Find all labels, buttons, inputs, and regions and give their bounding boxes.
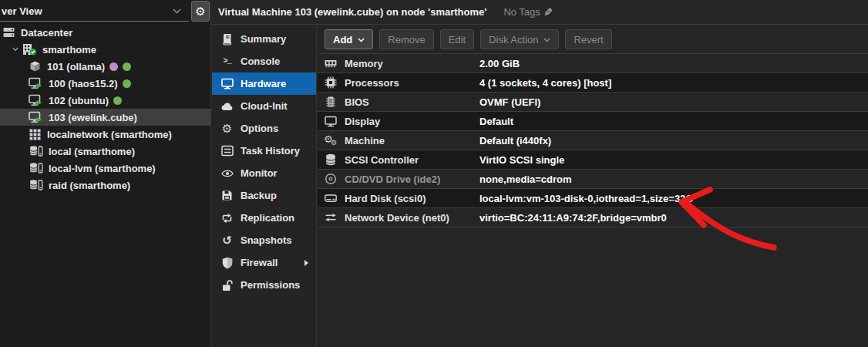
tree-item-label: Datacenter: [21, 27, 72, 39]
storage-icon: [28, 179, 44, 191]
tree-item-label: 102 (ubuntu): [49, 95, 109, 106]
resource-tree-panel: ver View ⚙ Datacenter: [0, 0, 211, 347]
disk-action-button[interactable]: Disk Action: [480, 29, 559, 49]
hardware-table: Memory 2.00 GiB Processors 4 (1 sockets,…: [318, 54, 868, 227]
tree-item-label: smarthome: [42, 44, 96, 56]
edit-button[interactable]: Edit: [440, 29, 474, 49]
tree-item-label: 101 (ollama): [47, 61, 105, 72]
shield-icon: [220, 257, 234, 269]
hardware-row-value: Default (i440fx): [479, 135, 551, 147]
chevron-down-icon: [358, 38, 365, 42]
tree-item-vm-103[interactable]: 103 (ewelink.cube): [0, 109, 210, 126]
tree-item-node-smarthome[interactable]: smarthome: [0, 41, 210, 58]
terminal-icon: >_: [220, 56, 234, 68]
tree-item-vm-102[interactable]: 102 (ubuntu): [0, 92, 210, 109]
tree-item-vm-101[interactable]: 101 (ollama): [0, 58, 210, 75]
cogs-icon: ⚙ ⚙: [324, 134, 338, 147]
disc-icon: [324, 173, 338, 185]
hardware-row-label: Processors: [345, 77, 399, 89]
vm-running-icon: [28, 77, 44, 89]
revert-button[interactable]: Revert: [565, 29, 611, 49]
menu-item-task-history[interactable]: Task History: [212, 140, 316, 162]
chevron-down-icon[interactable]: [12, 47, 20, 52]
menu-item-backup[interactable]: Backup: [212, 184, 316, 207]
menu-item-cloud-init[interactable]: Cloud-Init: [212, 95, 316, 117]
chip-icon: [324, 96, 338, 108]
hardware-row-scsi-controller[interactable]: SCSI Controller VirtIO SCSI single: [318, 150, 868, 170]
cloud-icon: [220, 100, 234, 113]
tree-item-vm-100[interactable]: 100 (haos15.2): [0, 75, 210, 92]
tree-item-storage-local-lvm[interactable]: local-lvm (smarthome): [0, 160, 210, 177]
menu-item-label: Summary: [241, 33, 286, 45]
resource-tree: Datacenter smarthome: [0, 24, 210, 194]
menu-item-permissions[interactable]: Permissions: [212, 274, 316, 296]
unlock-icon: [220, 279, 234, 291]
hardware-row-cddvd[interactable]: CD/DVD Drive (ide2) none,media=cdrom: [318, 170, 868, 189]
menu-item-console[interactable]: >_ Console: [212, 50, 316, 72]
hardware-row-bios[interactable]: BIOS OVMF (UEFI): [318, 93, 868, 112]
floppy-icon: [220, 190, 234, 202]
tree-item-localnetwork[interactable]: localnetwork (smarthome): [0, 126, 210, 143]
hardware-row-label: BIOS: [345, 96, 369, 108]
menu-item-options[interactable]: ⚙ Options: [212, 117, 316, 140]
remove-button[interactable]: Remove: [379, 29, 433, 49]
tag-dot-green: [123, 62, 131, 71]
retweet-icon: [220, 212, 234, 224]
hardware-row-label: SCSI Controller: [345, 154, 419, 166]
tree-item-storage-local[interactable]: local (smarthome): [0, 143, 210, 160]
tree-item-datacenter[interactable]: Datacenter: [0, 24, 210, 41]
menu-item-monitor[interactable]: Monitor: [212, 162, 316, 184]
edit-tags-pencil-icon[interactable]: ✎: [543, 6, 553, 19]
menu-item-hardware[interactable]: Hardware: [212, 72, 316, 95]
menu-item-firewall[interactable]: Firewall: [212, 251, 316, 274]
node-icon: [22, 43, 38, 56]
hardware-row-network[interactable]: Network Device (net0) virtio=BC:24:11:A9…: [318, 208, 868, 227]
hardware-row-hard-disk[interactable]: Hard Disk (scsi0) local-lvm:vm-103-disk-…: [318, 189, 868, 208]
menu-item-label: Task History: [241, 145, 300, 157]
hdd-icon: [324, 192, 338, 204]
menu-item-snapshots[interactable]: ↺ Snapshots: [212, 229, 316, 251]
list-icon: [220, 145, 234, 157]
tag-dot-purple: [109, 62, 118, 71]
add-button-label: Add: [333, 34, 352, 45]
remove-button-label: Remove: [388, 34, 425, 45]
chevron-down-icon: [173, 8, 181, 14]
storage-icon: [28, 145, 44, 157]
hardware-row-label: Network Device (net0): [345, 212, 449, 224]
menu-item-label: Console: [241, 56, 280, 67]
hardware-row-memory[interactable]: Memory 2.00 GiB: [318, 54, 868, 73]
menu-item-label: Monitor: [241, 167, 278, 179]
book-icon: [220, 33, 234, 45]
menu-item-label: Hardware: [241, 78, 286, 89]
hardware-toolbar: Add Remove Edit Disk Action Revert: [318, 25, 868, 54]
monitor-icon: [324, 115, 338, 127]
tree-item-label: 103 (ewelink.cube): [49, 112, 137, 123]
menu-item-summary[interactable]: Summary: [212, 28, 316, 50]
view-mode-select[interactable]: ver View: [0, 1, 189, 22]
hardware-row-value: virtio=BC:24:11:A9:74:2F,bridge=vmbr0: [479, 212, 667, 224]
hardware-row-label: CD/DVD Drive (ide2): [345, 174, 440, 185]
revert-button-label: Revert: [574, 34, 603, 45]
menu-item-label: Snapshots: [241, 234, 291, 246]
menu-item-replication[interactable]: Replication: [212, 207, 316, 229]
hardware-row-value: 4 (1 sockets, 4 cores) [host]: [479, 77, 611, 89]
memory-icon: [324, 57, 338, 69]
tree-item-storage-raid[interactable]: raid (smarthome): [0, 177, 210, 194]
submenu-arrow-icon: [304, 260, 308, 266]
history-icon: ↺: [220, 234, 234, 247]
tree-settings-button[interactable]: ⚙: [191, 1, 210, 22]
hardware-row-display[interactable]: Display Default: [318, 112, 868, 131]
hardware-row-processors[interactable]: Processors 4 (1 sockets, 4 cores) [host]: [318, 73, 868, 93]
gear-icon: ⚙: [195, 5, 205, 19]
vm-running-icon: [28, 111, 44, 123]
add-button[interactable]: Add: [325, 29, 373, 49]
tree-item-label: localnetwork (smarthome): [47, 129, 172, 140]
hardware-row-value: VirtIO SCSI single: [479, 154, 564, 166]
edit-button-label: Edit: [449, 34, 466, 45]
page-title: Virtual Machine 103 (ewelink.cube) on no…: [218, 6, 486, 18]
hardware-row-machine[interactable]: ⚙ ⚙ Machine Default (i440fx): [318, 131, 868, 150]
view-bar: ver View ⚙: [0, 0, 210, 23]
vm-title-bar: Virtual Machine 103 (ewelink.cube) on no…: [212, 0, 868, 25]
exchange-icon: [324, 211, 338, 224]
tag-dot-green: [113, 96, 122, 105]
